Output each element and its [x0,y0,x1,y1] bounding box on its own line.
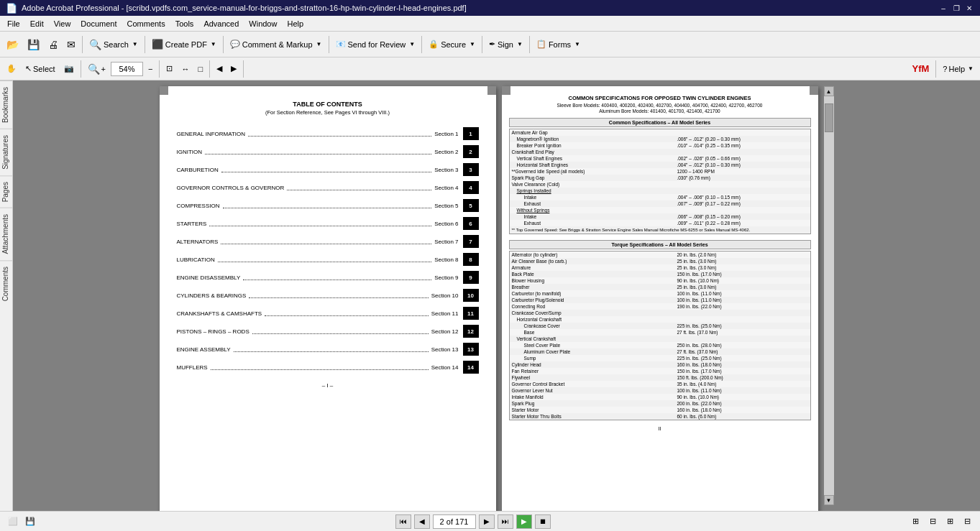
toc-row-num[interactable]: 12 [463,325,479,338]
statusbar-save-icon[interactable]: 💾 [23,514,37,529]
toc-row-num[interactable]: 11 [463,307,479,320]
pages-tab[interactable]: Pages [0,175,13,208]
toc-row-num[interactable]: 5 [463,199,479,212]
menu-tools[interactable]: Tools [171,18,198,29]
fit-page-button[interactable]: ⊡ [162,60,176,78]
play-btn[interactable]: ▶ [516,514,532,529]
torque-value [674,316,810,323]
toc-row-num[interactable]: 3 [463,163,479,176]
menu-view[interactable]: View [50,18,75,29]
toc-dots [249,292,428,298]
toc-row-num[interactable]: 4 [463,181,479,194]
secure-button[interactable]: 🔒 Secure ▼ [425,34,479,55]
comment-button[interactable]: 💬 Comment & Markup ▼ [226,34,326,55]
spec-label: Vertical Shaft Engines [509,155,674,162]
torque-label: Vertical Crankshaft [509,336,674,342]
toc-rows: GENERAL INFORMATION Section 1 1 IGNITION… [177,127,479,374]
specs-alum-bore: Aluminum Bore Models: 401400, 401700, 42… [509,108,811,114]
attachments-tab[interactable]: Attachments [0,208,13,260]
menu-comments[interactable]: Comments [123,18,170,29]
help-button[interactable]: ? Help ▼ [939,60,977,78]
nav-last-btn[interactable]: ⏭ [498,514,513,529]
fit-width-icon: ↔ [181,65,189,73]
view-double-icon[interactable]: ⊟ [925,514,940,529]
view-single-icon[interactable]: ⊞ [908,514,922,529]
toc-row: GOVERNOR CONTROLS & GOVERNOR Section 4 4 [177,181,479,194]
toc-row-num[interactable]: 8 [463,253,479,266]
spec-label: Armature Air Gap [509,129,674,137]
table-row: Crankcase Cover 225 in. lbs. (25.0 Nm) [509,323,810,329]
menu-file[interactable]: File [3,18,24,29]
view-spread-icon[interactable]: ⊟ [960,514,974,529]
torque-label: Governor Lever Nut [509,387,674,394]
comments-tab[interactable]: Comments [0,260,13,307]
menu-help[interactable]: Help [283,18,308,29]
secure-dropdown-icon: ▼ [470,41,475,47]
sign-button[interactable]: ✒ Sign ▼ [485,34,526,55]
menu-edit[interactable]: Edit [26,18,48,29]
toc-row-num[interactable]: 1 [463,127,479,140]
zoom-out-button[interactable]: − [145,60,156,78]
nav-prev-btn[interactable]: ◀ [414,514,430,529]
fit-width-button[interactable]: ↔ [178,60,193,78]
save-button[interactable]: 💾 [24,34,43,55]
table-row: Connecting Rod 190 in. lbs. (22.0 Nm) [509,303,810,310]
scroll-up-btn[interactable]: ▲ [824,86,834,96]
menu-advanced[interactable]: Advanced [199,18,243,29]
statusbar-page-icon[interactable]: ⬜ [6,514,20,529]
nav-prev-button[interactable]: ◀ [213,60,226,78]
table-row: Starter Motor Thru Bolts 60 in. lbs. (6.… [509,413,810,420]
toc-row-num[interactable]: 14 [463,361,479,374]
toc-row-label: STARTERS [177,221,207,227]
toc-row-label: COMPRESSION [177,203,220,209]
yfm-icon: YfM [912,63,929,74]
toc-row-num[interactable]: 10 [463,289,479,302]
hand-tool-button[interactable]: ✋ [3,60,20,78]
toc-row-num[interactable]: 9 [463,271,479,284]
nav-next-btn[interactable]: ▶ [479,514,495,529]
page-display-input[interactable]: 2 of 171 [433,514,476,529]
review-button[interactable]: 📧 Send for Review ▼ [332,34,419,55]
comment-label: Comment & Markup [242,40,313,49]
view-cont-icon[interactable]: ⊞ [943,514,957,529]
menu-window[interactable]: Window [244,18,281,29]
table-row: Carburetor (to manifold) 100 in. lbs. (1… [509,290,810,297]
torque-specs-table: Alternator (to cylinder) 20 in. lbs. (2.… [509,251,811,420]
forms-button[interactable]: 📋 Forms ▼ [533,34,584,55]
signatures-tab[interactable]: Signatures [0,129,13,175]
search-button[interactable]: 🔍 Search ▼ [86,34,142,55]
torque-label: Connecting Rod [509,303,674,310]
email-button[interactable]: ✉ [63,34,79,55]
vertical-scrollbar[interactable]: ▲ ▼ [824,86,834,505]
zoom-input[interactable]: 54% [111,62,143,76]
select-tool-button[interactable]: ↖ Select [22,60,59,78]
restore-btn[interactable]: ❐ [951,3,961,13]
toc-row-num[interactable]: 7 [463,235,479,248]
print-button[interactable]: 🖨 [45,34,62,55]
minimize-btn[interactable]: – [938,3,948,13]
snapshot-button[interactable]: 📷 [60,60,78,78]
close-btn[interactable]: ✕ [964,3,974,13]
stop-btn[interactable]: ⏹ [535,514,551,529]
zoom-in-button[interactable]: 🔍 + [84,60,109,78]
actual-size-button[interactable]: □ [194,60,206,78]
scroll-down-btn[interactable]: ▼ [824,495,834,505]
toc-row-num[interactable]: 6 [463,217,479,230]
toc-row-num[interactable]: 13 [463,343,479,356]
review-dropdown-icon: ▼ [409,41,415,47]
spec-label: Spark Plug Gap [509,175,674,181]
titlebar-left: 📄 Adobe Acrobat Professional - [scribd.v… [6,3,467,14]
torque-label: Flywheel [509,374,674,381]
main-area: Bookmarks Signatures Pages Attachments C… [0,80,980,511]
bookmarks-tab[interactable]: Bookmarks [0,80,13,129]
create-pdf-button[interactable]: ⬛ Create PDF ▼ [148,34,220,55]
scroll-thumb[interactable] [825,103,833,132]
scroll-track[interactable] [824,96,834,495]
toc-row-num[interactable]: 2 [463,145,479,158]
open-button[interactable]: 📂 [3,34,22,55]
table-row: Horizontal Crankshaft [509,316,810,323]
nav-next-button[interactable]: ▶ [227,60,240,78]
nav-first-btn[interactable]: ⏮ [395,514,411,529]
menu-document[interactable]: Document [76,18,121,29]
table-row: Intake .004" – .006" (0.10 – 0.15 mm) [509,194,810,200]
